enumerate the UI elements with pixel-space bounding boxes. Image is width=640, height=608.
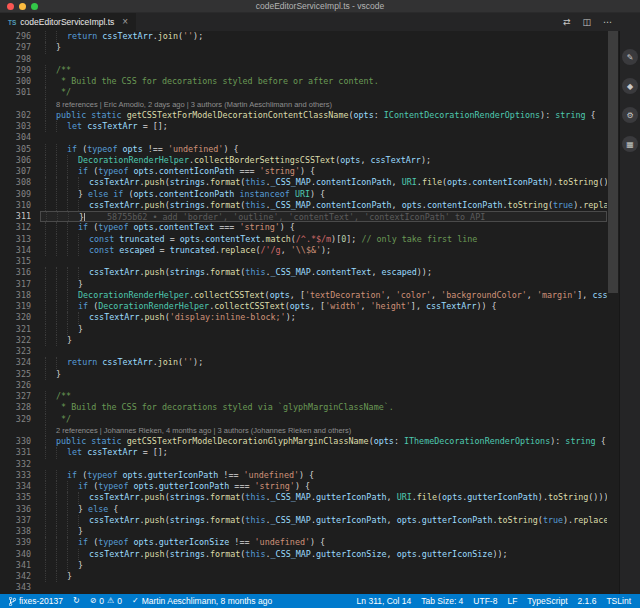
code-row[interactable]: 325} — [0, 369, 607, 380]
problems-status[interactable]: ⊘ 0 ⚠ 0 — [85, 594, 127, 608]
line-number[interactable]: 307 — [0, 166, 40, 177]
language-status[interactable]: TypeScript — [522, 594, 572, 608]
code-row[interactable]: 337cssTextArr.push(strings.format(this._… — [0, 515, 607, 526]
line-number[interactable]: 339 — [0, 537, 40, 548]
code-row[interactable]: 340cssTextArr.push(strings.format(this._… — [0, 549, 607, 560]
line-number[interactable]: 326 — [0, 380, 40, 391]
line-number[interactable]: 306 — [0, 155, 40, 166]
line-number[interactable] — [0, 425, 40, 436]
code-row[interactable]: 308cssTextArr.push(strings.format(this._… — [0, 177, 607, 188]
line-number[interactable]: 312 — [0, 222, 40, 233]
code-row[interactable]: 297} — [0, 42, 607, 53]
codelens-content[interactable]: 8 references | Eric Amodio, 2 days ago |… — [40, 99, 607, 110]
code-row[interactable]: 333if (typeof opts.gutterIconPath !== 'u… — [0, 470, 607, 481]
minimize-window-button[interactable] — [19, 3, 26, 10]
split-editor-icon[interactable]: ◫ — [582, 18, 591, 27]
line-number[interactable]: 338 — [0, 526, 40, 537]
code-row[interactable]: 326 — [0, 380, 607, 391]
line-number[interactable]: 298 — [0, 54, 40, 65]
code-row[interactable]: 307if (typeof opts.contentIconPath === '… — [0, 166, 607, 177]
git-branch-status[interactable]: fixes-20137 — [4, 594, 68, 608]
codelens-row[interactable]: 8 references | Eric Amodio, 2 days ago |… — [0, 99, 607, 110]
line-number[interactable]: 327 — [0, 391, 40, 402]
line-number[interactable]: 340 — [0, 549, 40, 560]
line-number[interactable]: 303 — [0, 121, 40, 132]
line-number[interactable]: 341 — [0, 560, 40, 571]
line-number[interactable]: 316 — [0, 267, 40, 278]
line-number[interactable]: 305 — [0, 144, 40, 155]
scrollbar-thumb[interactable] — [608, 31, 618, 293]
code-row[interactable]: 321} — [0, 324, 607, 335]
line-number[interactable]: 330 — [0, 436, 40, 447]
line-number[interactable]: 337 — [0, 515, 40, 526]
codelens-text[interactable]: 8 references | Eric Amodio, 2 days ago |… — [56, 100, 332, 109]
line-number[interactable]: 323 — [0, 346, 40, 357]
line-number[interactable]: 313 — [0, 234, 40, 245]
git-sync-button[interactable]: ↻ — [68, 594, 85, 608]
encoding-status[interactable]: UTF-8 — [468, 594, 502, 608]
zoom-window-button[interactable] — [31, 3, 38, 10]
code-row[interactable]: 306DecorationRenderHelper.collectBorderS… — [0, 155, 607, 166]
code-row[interactable]: 303let cssTextArr = []; — [0, 121, 607, 132]
eol-status[interactable]: LF — [502, 594, 522, 608]
line-number[interactable]: 335 — [0, 492, 40, 503]
code-row[interactable]: 329 */ — [0, 414, 607, 425]
line-number[interactable]: 343 — [0, 582, 40, 593]
code-row[interactable]: 296return cssTextArr.join(''); — [0, 31, 607, 42]
code-row[interactable]: 332 — [0, 459, 607, 470]
line-number[interactable]: 334 — [0, 481, 40, 492]
line-number[interactable]: 314 — [0, 245, 40, 256]
code-row[interactable]: 334if (typeof opts.gutterIconPath === 's… — [0, 481, 607, 492]
line-number[interactable]: 302 — [0, 110, 40, 121]
line-number[interactable]: 308 — [0, 177, 40, 188]
line-number[interactable]: 300 — [0, 76, 40, 87]
code-row[interactable]: 323 — [0, 346, 607, 357]
line-number[interactable]: 317 — [0, 279, 40, 290]
ts-version-status[interactable]: 2.1.6 — [573, 594, 602, 608]
line-number[interactable]: 325 — [0, 369, 40, 380]
code-row[interactable]: 327/** — [0, 391, 607, 402]
gitlens-blame-status[interactable]: ✓ Martin Aeschlimann, 8 months ago — [127, 594, 277, 608]
code-row[interactable]: 336} else { — [0, 504, 607, 515]
line-number[interactable]: 336 — [0, 504, 40, 515]
line-number[interactable]: 331 — [0, 447, 40, 458]
scrollbar[interactable] — [607, 31, 619, 594]
code-row[interactable]: 342} — [0, 571, 607, 582]
line-number[interactable]: 297 — [0, 42, 40, 53]
code-row[interactable]: 313const truncated = opts.contentText.ma… — [0, 234, 607, 245]
line-number[interactable]: 311 — [0, 211, 40, 222]
tslint-status[interactable]: TSLint — [601, 594, 636, 608]
code-row[interactable]: 309} else if (opts.contentIconPath insta… — [0, 189, 607, 200]
code-row[interactable]: 324return cssTextArr.join(''); — [0, 357, 607, 368]
code-row[interactable]: 317} — [0, 279, 607, 290]
line-number[interactable]: 324 — [0, 357, 40, 368]
line-number[interactable]: 310 — [0, 200, 40, 211]
line-number[interactable]: 309 — [0, 189, 40, 200]
code-row[interactable]: 310cssTextArr.push(strings.format(this._… — [0, 200, 607, 211]
code-row[interactable]: 319if (DecorationRenderHelper.collectCSS… — [0, 301, 607, 312]
codelens-text[interactable]: 2 references | Johannes Rieken, 4 months… — [56, 426, 351, 435]
line-number[interactable]: 329 — [0, 414, 40, 425]
code-row[interactable]: 298 — [0, 54, 607, 65]
line-number[interactable]: 332 — [0, 459, 40, 470]
code-row[interactable]: 315 — [0, 256, 607, 267]
line-number[interactable] — [0, 99, 40, 110]
cursor-position-status[interactable]: Ln 311, Col 14 — [352, 594, 417, 608]
code-area[interactable]: 296return cssTextArr.join('');297}298299… — [0, 31, 607, 594]
code-row[interactable]: 331let cssTextArr = []; — [0, 447, 607, 458]
line-number[interactable]: 299 — [0, 65, 40, 76]
pencil-icon[interactable]: ✎ — [622, 49, 638, 65]
line-number[interactable]: 315 — [0, 256, 40, 267]
code-row[interactable]: 320cssTextArr.push('display:inline-block… — [0, 312, 607, 323]
more-actions-icon[interactable]: ⋯ — [603, 18, 612, 27]
code-row[interactable]: 311}58755b62 • add 'border', 'outline', … — [0, 211, 607, 222]
code-row[interactable]: 312if (typeof opts.contentText === 'stri… — [0, 222, 607, 233]
code-row[interactable]: 305if (typeof opts !== 'undefined') { — [0, 144, 607, 155]
close-window-button[interactable] — [7, 3, 14, 10]
line-number[interactable]: 320 — [0, 312, 40, 323]
code-row[interactable]: 299/** — [0, 65, 607, 76]
code-row[interactable]: 339if (typeof opts.gutterIconSize !== 'u… — [0, 537, 607, 548]
code-row[interactable]: 302public static getCSSTextForModelDecor… — [0, 110, 607, 121]
code-row[interactable]: 301 */ — [0, 87, 607, 98]
open-changes-icon[interactable]: ⇄ — [563, 18, 571, 27]
